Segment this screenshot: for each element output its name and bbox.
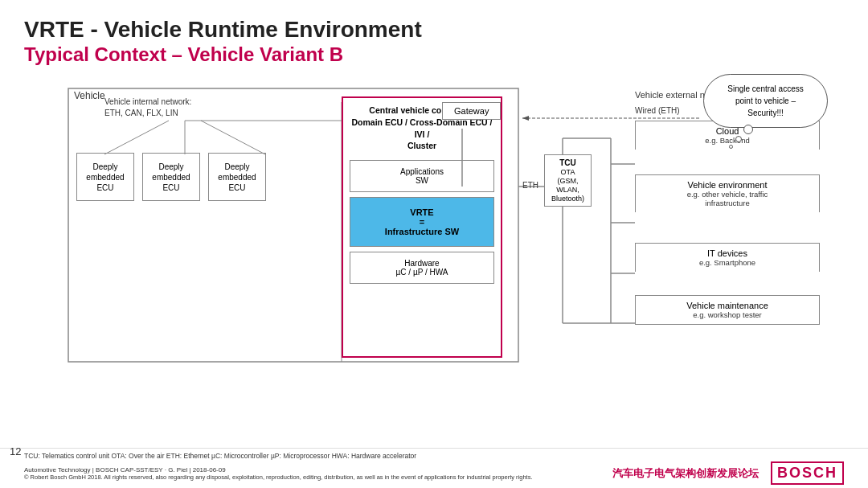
it-devices-title: IT devices	[642, 248, 813, 258]
brand-line: Automotive Technology | BOSCH CAP-SST/ES…	[24, 466, 533, 474]
vehicle-env-box: Vehicle environment e.g. other vehicle, …	[635, 174, 820, 212]
title-sub: Typical Context – Vehicle Variant B	[24, 43, 844, 67]
header: VRTE - Vehicle Runtime Environment Typic…	[24, 16, 844, 66]
it-devices-sub: e.g. Smartphone	[642, 258, 813, 267]
slide: VRTE - Vehicle Runtime Environment Typic…	[0, 0, 868, 488]
copyright-line: © Robert Bosch GmbH 2018. All rights res…	[24, 474, 533, 481]
tcu-box: TCU OTA (GSM, WLAN, Bluetooth)	[544, 154, 592, 207]
vehicle-label: Vehicle	[74, 90, 105, 101]
ecu-box-1: DeeplyembeddedECU	[76, 153, 134, 201]
footer-left-section: Automotive Technology | BOSCH CAP-SST/ES…	[24, 466, 533, 481]
hardware-box: HardwareµC / µP / HWA	[350, 252, 494, 284]
internal-network-label: Vehicle internal network: ETH, CAN, FLX,…	[104, 96, 191, 119]
wired-label: Wired (ETH)	[635, 106, 680, 115]
diagram-container: Vehicle Vehicle internal network: ETH, C…	[24, 74, 844, 420]
vrte-box: VRTE=Infrastructure SW	[350, 197, 494, 247]
vehicle-maintenance-title: Vehicle maintenance	[642, 301, 813, 310]
gateway-box: Gateway	[442, 102, 501, 120]
it-devices-box: IT devices e.g. Smartphone	[635, 243, 820, 272]
acronyms-line: TCU: Telematics control unit OTA: Over t…	[24, 452, 844, 460]
eth-label: ETH	[522, 181, 538, 190]
svg-line-3	[201, 121, 265, 154]
vehicle-maintenance-sub: e.g. workshop tester	[642, 310, 813, 319]
central-computer-box: Central vehicle computer /Domain ECU / C…	[342, 96, 502, 358]
cloud-sub: e.g. Backend	[642, 136, 813, 145]
footer-bottom: Automotive Technology | BOSCH CAP-SST/ES…	[24, 461, 844, 485]
ecus-container: DeeplyembeddedECU DeeplyembeddedECU Deep…	[76, 153, 266, 201]
svg-line-1	[104, 121, 169, 154]
footer: TCU: Telematics control unit OTA: Over t…	[0, 448, 868, 488]
page-number: 12	[10, 445, 21, 457]
cloud-bubble: Single central access point to vehicle –…	[703, 74, 828, 128]
vehicle-env-sub: e.g. other vehicle, trafficinfrastructur…	[642, 190, 813, 207]
footer-right-section: 汽车电子电气架构创新发展论坛 BOSCH	[612, 461, 844, 485]
vehicle-env-title: Vehicle environment	[642, 180, 813, 190]
vehicle-maintenance-box: Vehicle maintenance e.g. workshop tester	[635, 295, 820, 325]
ecu-box-2: DeeplyembeddedECU	[142, 153, 200, 201]
applications-sw-box: ApplicationsSW	[350, 160, 494, 192]
cloud-thought-area: Single central access point to vehicle –…	[703, 74, 828, 128]
title-main: VRTE - Vehicle Runtime Environment	[24, 16, 844, 43]
bosch-logo: BOSCH	[771, 461, 844, 485]
ecu-box-3: DeeplyembeddedECU	[208, 153, 266, 201]
chinese-text: 汽车电子电气架构创新发展论坛	[612, 466, 759, 481]
